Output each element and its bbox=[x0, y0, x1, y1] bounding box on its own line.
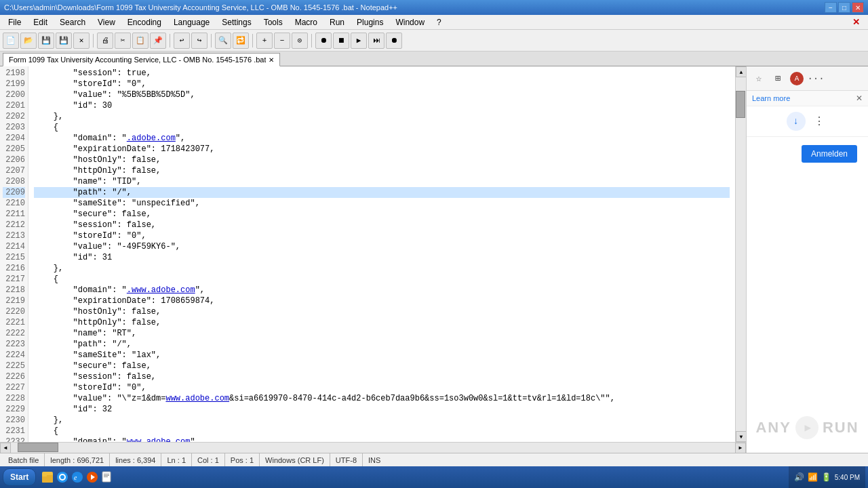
profile-icon[interactable]: A bbox=[790, 72, 804, 85]
toolbar-sep-4 bbox=[252, 34, 253, 47]
window-controls: − □ ✕ bbox=[825, 2, 864, 13]
menu-macro[interactable]: Macro bbox=[290, 16, 323, 28]
copy-button[interactable]: 📋 bbox=[132, 33, 149, 49]
undo-button[interactable]: ↩ bbox=[174, 33, 190, 49]
vertical-scrollbar[interactable]: ▲ ▼ bbox=[735, 66, 746, 442]
macro-stop[interactable]: ⏹ bbox=[333, 33, 349, 49]
scroll-left-button[interactable]: ◀ bbox=[0, 443, 11, 453]
scroll-thumb-v[interactable] bbox=[736, 91, 745, 118]
redo-button[interactable]: ↪ bbox=[191, 33, 208, 49]
taskbar-notepad-icon[interactable] bbox=[101, 471, 113, 483]
status-pos: Pos : 1 bbox=[225, 453, 260, 466]
menu-run[interactable]: Run bbox=[324, 16, 350, 28]
system-tray: 🔊 📶 🔋 5:40 PM bbox=[789, 466, 865, 488]
signin-button[interactable]: Anmelden bbox=[802, 145, 857, 163]
menu-view[interactable]: View bbox=[92, 16, 121, 28]
scroll-thumb-h[interactable] bbox=[18, 443, 58, 452]
more-options-icon[interactable]: ⋮ bbox=[810, 112, 829, 131]
paste-button[interactable]: 📌 bbox=[150, 33, 166, 49]
status-col: Col : 1 bbox=[192, 453, 225, 466]
learn-more-link[interactable]: Learn more bbox=[752, 94, 790, 102]
menu-edit[interactable]: Edit bbox=[28, 16, 53, 28]
adobe-link[interactable]: www.adobe.com bbox=[127, 437, 191, 442]
signin-container: Anmelden bbox=[747, 137, 868, 171]
svg-rect-12 bbox=[104, 475, 109, 476]
toolbar-sep-1 bbox=[93, 34, 94, 47]
save-button[interactable]: 💾 bbox=[38, 33, 54, 49]
zoom-out-button[interactable]: − bbox=[274, 33, 290, 49]
status-ins: INS bbox=[363, 453, 386, 466]
tray-network-icon[interactable]: 📶 bbox=[808, 472, 818, 483]
menu-file[interactable]: File bbox=[3, 16, 26, 28]
line-numbers: 2198219922002201220222032204220522062207… bbox=[0, 66, 28, 442]
menu-language[interactable]: Language bbox=[168, 16, 215, 28]
adobe-link[interactable]: .www.adobe.com bbox=[127, 285, 195, 295]
learn-more-bar: Learn more ✕ bbox=[747, 91, 868, 106]
close-notepad[interactable]: ✕ bbox=[847, 16, 865, 28]
side-panel: ☆ ⊞ A ··· Learn more ✕ ↓ ⋮ Anmelden bbox=[746, 66, 868, 453]
window-title: C:\Users\admin\Downloads\Form 1099 Tax U… bbox=[4, 3, 397, 12]
menu-plugins[interactable]: Plugins bbox=[351, 16, 389, 28]
zoom-restore-button[interactable]: ⊙ bbox=[292, 33, 308, 49]
status-eol: Windows (CR LF) bbox=[260, 453, 330, 466]
toolbar-sep-3 bbox=[211, 34, 212, 47]
scroll-down-button[interactable]: ▼ bbox=[736, 431, 746, 442]
cut-button[interactable]: ✂ bbox=[115, 33, 131, 49]
active-tab[interactable]: Form 1099 Tax University Accounting Serv… bbox=[3, 53, 280, 66]
adobe-link[interactable]: .adobe.com bbox=[127, 134, 176, 143]
svg-rect-2 bbox=[42, 474, 47, 476]
maximize-button[interactable]: □ bbox=[838, 2, 850, 13]
dismiss-learn-more[interactable]: ✕ bbox=[856, 94, 863, 103]
macro-run[interactable]: ⏭ bbox=[368, 33, 384, 49]
tray-time: 5:40 PM bbox=[835, 473, 860, 482]
menu-window[interactable]: Window bbox=[390, 16, 430, 28]
menu-bar: File Edit Search View Encoding Language … bbox=[0, 15, 868, 30]
zoom-in-button[interactable]: + bbox=[256, 33, 273, 49]
status-filetype: Batch file bbox=[3, 453, 45, 466]
tray-battery-icon[interactable]: 🔋 bbox=[821, 472, 832, 483]
print-button[interactable]: 🖨 bbox=[97, 33, 113, 49]
adobe-link[interactable]: www.adobe.com bbox=[165, 394, 229, 403]
scroll-track-v[interactable] bbox=[736, 77, 746, 431]
scroll-right-button[interactable]: ▶ bbox=[735, 443, 746, 453]
taskbar: Start e 🔊 📶 🔋 5:40 PM bbox=[0, 466, 868, 488]
side-panel-icons: ☆ ⊞ A ··· bbox=[752, 72, 823, 85]
taskbar-mediaplayer-icon[interactable] bbox=[86, 471, 98, 483]
scroll-track-h[interactable] bbox=[11, 443, 735, 453]
macro-play[interactable]: ▶ bbox=[351, 33, 367, 49]
code-area[interactable]: "session": true, "storeId": "0", "value"… bbox=[28, 66, 735, 442]
replace-button[interactable]: 🔁 bbox=[233, 33, 249, 49]
tab-close-button[interactable]: ✕ bbox=[269, 56, 274, 64]
menu-encoding[interactable]: Encoding bbox=[122, 16, 167, 28]
taskbar-explorer-icon[interactable] bbox=[41, 471, 54, 483]
horizontal-scrollbar[interactable]: ◀ ▶ bbox=[0, 442, 746, 453]
status-length: length : 696,721 bbox=[45, 453, 110, 466]
open-button[interactable]: 📂 bbox=[20, 33, 37, 49]
svg-point-5 bbox=[60, 475, 64, 479]
find-button[interactable]: 🔍 bbox=[215, 33, 231, 49]
collections-icon[interactable]: ⊞ bbox=[771, 72, 785, 85]
svg-text:e: e bbox=[74, 474, 77, 481]
close-button[interactable]: ✕ bbox=[852, 2, 864, 13]
download-icon[interactable]: ↓ bbox=[787, 112, 806, 131]
start-button[interactable]: Start bbox=[3, 468, 36, 486]
save-all-button[interactable]: 💾 bbox=[56, 33, 72, 49]
macro-record[interactable]: ⏺ bbox=[315, 33, 332, 49]
close-tab-button[interactable]: ✕ bbox=[73, 33, 90, 49]
new-button[interactable]: 📄 bbox=[3, 33, 19, 49]
menu-tools[interactable]: Tools bbox=[258, 16, 288, 28]
scroll-up-button[interactable]: ▲ bbox=[736, 66, 746, 77]
menu-search[interactable]: Search bbox=[54, 16, 91, 28]
menu-settings[interactable]: Settings bbox=[216, 16, 256, 28]
menu-help[interactable]: ? bbox=[431, 16, 447, 28]
anyrun-run-text: RUN bbox=[823, 419, 859, 436]
more-icon[interactable]: ··· bbox=[809, 72, 823, 85]
macro-save[interactable]: ⏺ bbox=[386, 33, 402, 49]
taskbar-browser-icon[interactable] bbox=[56, 471, 68, 483]
taskbar-ie-icon[interactable]: e bbox=[71, 471, 83, 483]
minimize-button[interactable]: − bbox=[825, 2, 837, 13]
tab-bar: Form 1099 Tax University Accounting Serv… bbox=[0, 52, 868, 66]
tray-speaker-icon[interactable]: 🔊 bbox=[794, 472, 805, 483]
bookmark-icon[interactable]: ☆ bbox=[752, 72, 766, 85]
side-panel-middle: ANY ▶ RUN bbox=[747, 171, 868, 453]
